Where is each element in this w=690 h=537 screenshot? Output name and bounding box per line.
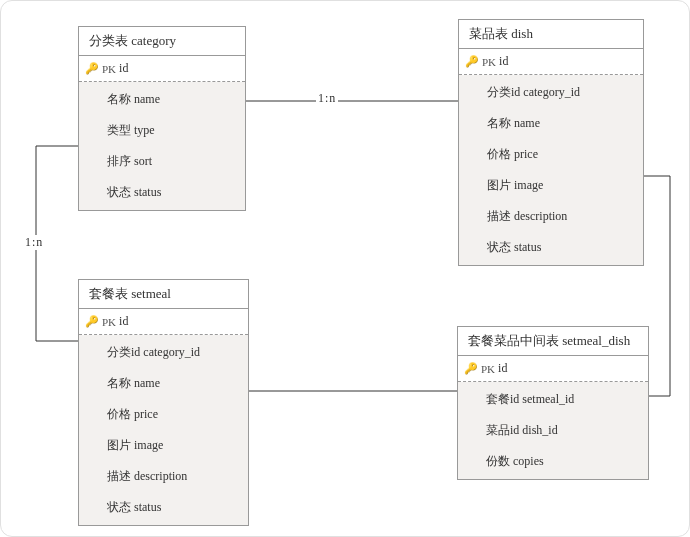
field-row: 价格 price [79, 399, 248, 430]
field-row: 名称 name [79, 368, 248, 399]
entity-pk-row: 🔑 PK id [79, 309, 248, 335]
pk-prefix: PK [102, 63, 116, 75]
pk-field: id [499, 54, 508, 69]
pk-prefix: PK [482, 56, 496, 68]
pk-prefix: PK [481, 363, 495, 375]
pk-field: id [498, 361, 507, 376]
erd-canvas: 分类表 category 🔑 PK id 名称 name 类型 type 排序 … [0, 0, 690, 537]
key-icon: 🔑 [85, 316, 99, 327]
entity-title: 分类表 category [79, 27, 245, 56]
field-row: 描述 description [459, 201, 643, 232]
cardinality-category-setmeal: 1:n [23, 235, 45, 250]
key-icon: 🔑 [465, 56, 479, 67]
field-row: 菜品id dish_id [458, 415, 648, 446]
field-row: 名称 name [459, 108, 643, 139]
entity-setmeal: 套餐表 setmeal 🔑 PK id 分类id category_id 名称 … [78, 279, 249, 526]
field-row: 状态 status [459, 232, 643, 263]
pk-prefix: PK [102, 316, 116, 328]
entity-title: 菜品表 dish [459, 20, 643, 49]
field-row: 状态 status [79, 177, 245, 208]
key-icon: 🔑 [85, 63, 99, 74]
field-row: 排序 sort [79, 146, 245, 177]
entity-category: 分类表 category 🔑 PK id 名称 name 类型 type 排序 … [78, 26, 246, 211]
key-icon: 🔑 [464, 363, 478, 374]
cardinality-category-dish: 1:n [316, 91, 338, 106]
pk-field: id [119, 61, 128, 76]
field-row: 描述 description [79, 461, 248, 492]
field-row: 分类id category_id [79, 337, 248, 368]
entity-pk-row: 🔑 PK id [459, 49, 643, 75]
entity-dish: 菜品表 dish 🔑 PK id 分类id category_id 名称 nam… [458, 19, 644, 266]
entity-body: 套餐id setmeal_id 菜品id dish_id 份数 copies [458, 382, 648, 479]
field-row: 名称 name [79, 84, 245, 115]
field-row: 类型 type [79, 115, 245, 146]
entity-body: 分类id category_id 名称 name 价格 price 图片 ima… [79, 335, 248, 525]
field-row: 分类id category_id [459, 77, 643, 108]
entity-body: 名称 name 类型 type 排序 sort 状态 status [79, 82, 245, 210]
entity-body: 分类id category_id 名称 name 价格 price 图片 ima… [459, 75, 643, 265]
field-row: 图片 image [459, 170, 643, 201]
entity-setmeal-dish: 套餐菜品中间表 setmeal_dish 🔑 PK id 套餐id setmea… [457, 326, 649, 480]
field-row: 价格 price [459, 139, 643, 170]
entity-pk-row: 🔑 PK id [458, 356, 648, 382]
field-row: 图片 image [79, 430, 248, 461]
field-row: 套餐id setmeal_id [458, 384, 648, 415]
field-row: 份数 copies [458, 446, 648, 477]
pk-field: id [119, 314, 128, 329]
entity-title: 套餐表 setmeal [79, 280, 248, 309]
field-row: 状态 status [79, 492, 248, 523]
entity-pk-row: 🔑 PK id [79, 56, 245, 82]
entity-title: 套餐菜品中间表 setmeal_dish [458, 327, 648, 356]
